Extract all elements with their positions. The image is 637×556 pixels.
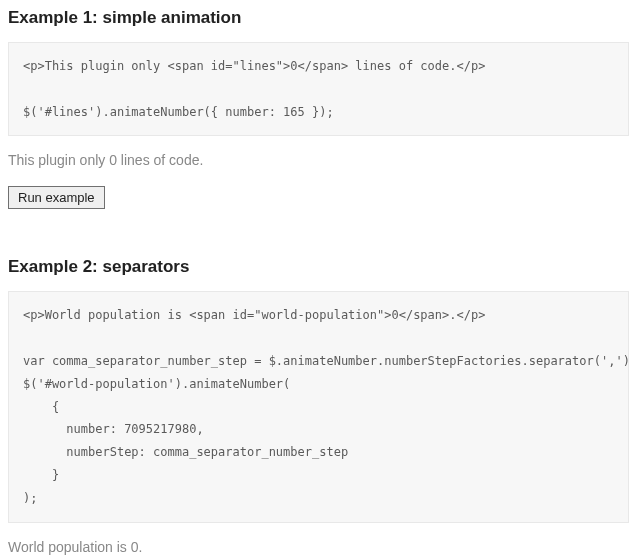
example-2-output-suffix: . <box>139 539 143 555</box>
example-1-section: Example 1: simple animation <p>This plug… <box>8 8 629 209</box>
example-2-code-block: <p>World population is <span id="world-p… <box>8 291 629 522</box>
example-1-heading: Example 1: simple animation <box>8 8 629 28</box>
example-2-output: World population is 0. <box>8 539 629 555</box>
example-2-output-value: 0 <box>131 539 139 555</box>
example-1-code-block: <p>This plugin only <span id="lines">0</… <box>8 42 629 136</box>
example-1-output: This plugin only 0 lines of code. <box>8 152 629 168</box>
example-1-output-value: 0 <box>109 152 117 168</box>
example-2-section: Example 2: separators <p>World populatio… <box>8 257 629 556</box>
run-example-1-button[interactable]: Run example <box>8 186 105 209</box>
example-2-heading: Example 2: separators <box>8 257 629 277</box>
example-2-output-prefix: World population is <box>8 539 131 555</box>
example-1-output-suffix: lines of code. <box>117 152 203 168</box>
example-1-output-prefix: This plugin only <box>8 152 109 168</box>
